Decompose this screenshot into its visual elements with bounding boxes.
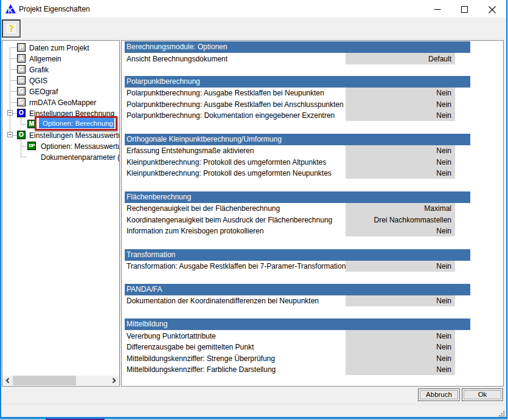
svg-text:K: K xyxy=(7,5,13,13)
